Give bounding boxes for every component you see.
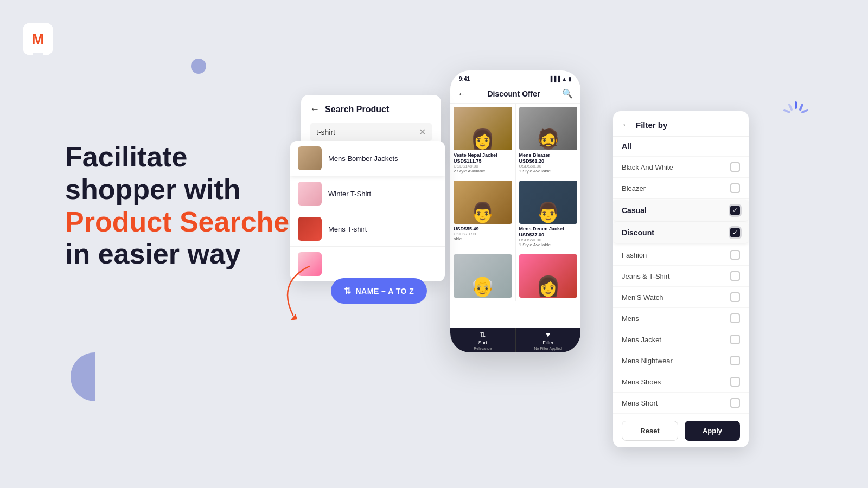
product-image: 👴: [454, 254, 512, 298]
phone-product-price-new: USD$61.20: [519, 158, 578, 164]
filter-item-label: Casual: [622, 206, 647, 215]
filter-apply-button[interactable]: Apply: [685, 421, 740, 441]
filter-checkbox[interactable]: [730, 162, 740, 172]
filter-item-label: Bleazer: [622, 184, 646, 192]
phone-product-name: Mens Bleazer: [519, 152, 578, 158]
filter-item[interactable]: Mens Jacket: [613, 329, 749, 350]
search-result-item[interactable]: Mens Bomber Jackets: [290, 141, 445, 176]
filter-item[interactable]: Men'S Watch: [613, 287, 749, 308]
search-input-row[interactable]: t-shirt ✕: [310, 123, 432, 142]
product-image: 👨: [454, 181, 512, 224]
filter-checkbox[interactable]: [730, 335, 740, 344]
product-image: 🧔: [519, 107, 578, 150]
filter-checkbox[interactable]: [730, 250, 740, 260]
filter-checkbox[interactable]: [730, 356, 740, 365]
filter-item-casual[interactable]: Casual ✓: [613, 200, 749, 221]
phone-product-card[interactable]: 👴: [450, 251, 515, 301]
search-clear-icon[interactable]: ✕: [419, 127, 426, 137]
decorative-circle-small: [191, 59, 206, 74]
phone-signal: ▐▐▐ ▲ ▮: [548, 76, 572, 82]
search-back-icon[interactable]: ←: [310, 104, 320, 115]
phone-product-card[interactable]: 👩: [516, 251, 581, 301]
phone-product-card[interactable]: 👨 Mens Denim Jacket USD$37.00 USD$50.00 …: [516, 177, 581, 251]
filter-checkbox[interactable]: [730, 271, 740, 281]
phone-product-price-old: USD$50.00: [519, 237, 578, 242]
product-image: 👨: [519, 181, 578, 224]
filter-item-label: Mens Nightwear: [622, 357, 673, 365]
phone-filter-button[interactable]: ▼ Filter No Filter Applied: [516, 328, 581, 352]
filter-item-discount[interactable]: Discount ✓: [613, 222, 749, 243]
filter-item[interactable]: Mens Nightwear: [613, 350, 749, 371]
logo-notch: [33, 53, 43, 57]
filter-panel: ← Filter by All Black And White Bleazer …: [613, 111, 749, 447]
filter-checkbox[interactable]: [730, 292, 740, 302]
filter-item[interactable]: Fashion: [613, 245, 749, 266]
product-image: 👩: [519, 254, 578, 298]
filter-checkbox[interactable]: [730, 183, 740, 193]
phone-back-icon[interactable]: ←: [458, 89, 465, 98]
phone-time: 9:41: [459, 76, 470, 82]
sort-icon: ⇅: [480, 330, 486, 339]
phone-product-price-old: USD$68.00: [519, 164, 578, 169]
svg-marker-0: [290, 314, 297, 320]
phone-product-card[interactable]: 👨 USD$55.49 USD$73.99 able: [450, 177, 515, 251]
sort-label: NAME – A TO Z: [356, 287, 414, 296]
filter-item[interactable]: Jeans & T-Shirt: [613, 266, 749, 287]
phone-product-name: Mens Denim Jacket: [519, 226, 578, 232]
filter-checkbox-casual[interactable]: ✓: [730, 206, 740, 215]
filter-item-label: Discount: [622, 228, 654, 237]
filter-item-label: Fashion: [622, 251, 647, 259]
filter-item-all[interactable]: All: [613, 137, 749, 157]
phone-search-icon[interactable]: 🔍: [562, 88, 573, 99]
filter-item[interactable]: Bleazer: [613, 178, 749, 199]
phone-app-header: ← Discount Offer 🔍: [450, 84, 580, 104]
filter-checkbox-discount[interactable]: ✓: [730, 228, 740, 237]
filter-checkbox[interactable]: [730, 377, 740, 387]
filter-item-label: Men'S Watch: [622, 293, 663, 301]
filter-icon: ▼: [544, 330, 552, 339]
filter-item-label: Mens Shoes: [622, 378, 661, 386]
hero-highlight: Product Searches: [65, 206, 326, 239]
phone-product-availability: 2 Style Available: [454, 169, 512, 174]
filter-header: ← Filter by: [613, 111, 749, 137]
filter-checkbox[interactable]: [730, 313, 740, 323]
phone-product-price-new: USD$37.00: [519, 232, 578, 237]
filter-back-icon[interactable]: ←: [622, 120, 630, 130]
sort-sublabel: Relevance: [474, 346, 492, 350]
filter-title: Filter by: [636, 120, 667, 130]
phone-product-availability: able: [454, 236, 512, 241]
filter-item[interactable]: Mens Short: [613, 393, 749, 414]
filter-item-label: Mens Jacket: [622, 336, 661, 344]
filter-item-label: Black And White: [622, 163, 673, 171]
phone-product-card[interactable]: 🧔 Mens Bleazer USD$61.20 USD$68.00 1 Sty…: [516, 104, 581, 177]
phone-product-price-new: USD$55.49: [454, 226, 512, 232]
filter-item-label: All: [622, 142, 631, 151]
curved-arrow-decoration: [266, 261, 336, 328]
filter-reset-button[interactable]: Reset: [622, 421, 678, 441]
sort-badge[interactable]: ⇅ NAME – A TO Z: [331, 278, 427, 304]
decorative-circle-large: [71, 352, 119, 401]
phone-product-price-new: USD$111.75: [454, 158, 512, 164]
phone-product-card[interactable]: 👩 Veste Nepal Jacket USD$111.75 USD$149.…: [450, 104, 515, 177]
phone-product-price-old: USD$73.99: [454, 232, 512, 236]
search-result-img-mens: [298, 217, 322, 241]
svg-line-2: [800, 105, 802, 110]
filter-checkbox[interactable]: [730, 398, 740, 408]
phone-product-price-old: USD$149.00: [454, 164, 512, 169]
phone-sort-button[interactable]: ⇅ Sort Relevance: [450, 328, 515, 352]
filter-item[interactable]: Mens Shoes: [613, 371, 749, 393]
phone-notch: [488, 70, 542, 84]
search-panel-header: ← Search Product: [310, 104, 432, 115]
phone-bottom-bar: ⇅ Sort Relevance ▼ Filter No Filter Appl…: [450, 328, 580, 352]
sort-label: Sort: [478, 340, 487, 345]
spinner-decoration: [782, 100, 809, 127]
filter-item[interactable]: Black And White: [613, 157, 749, 178]
search-result-item[interactable]: Mens T-shirt: [290, 211, 445, 247]
filter-items-list: All Black And White Bleazer Casual ✓ Dis…: [613, 137, 749, 414]
filter-label: Filter: [542, 340, 553, 345]
logo-letter: M: [31, 30, 44, 48]
filter-item-label: Mens Short: [622, 399, 658, 407]
filter-item[interactable]: Mens: [613, 308, 749, 329]
phone-product-name: Veste Nepal Jacket: [454, 152, 512, 158]
search-result-item[interactable]: Winter T-Shirt: [290, 176, 445, 211]
